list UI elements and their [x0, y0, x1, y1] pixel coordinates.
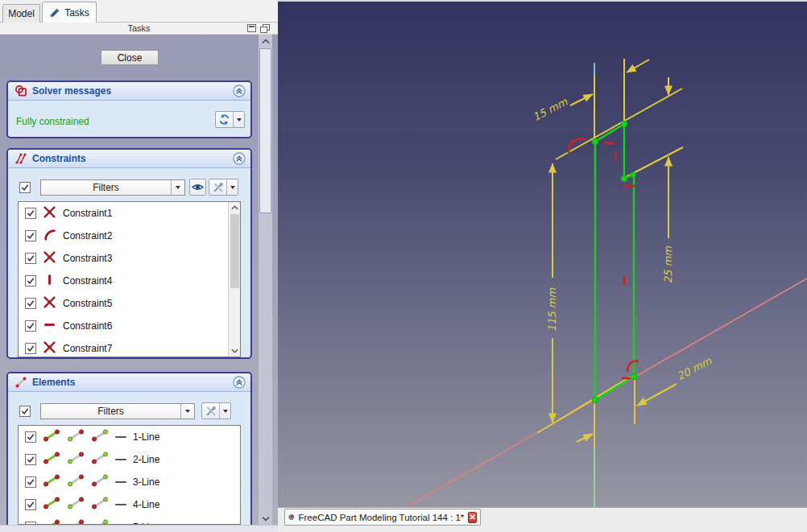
element-label: 4-Line: [133, 499, 159, 510]
sketch-vertices[interactable]: [592, 121, 637, 403]
constraint-row[interactable]: Constraint4: [19, 270, 240, 292]
document-tabbar: FreeCAD Part Modeling Tutorial 144 : 1* …: [278, 507, 807, 532]
solver-messages-title: Solver messages: [32, 85, 228, 97]
constraints-list: Constraint1Constraint2Constraint3Constra…: [18, 201, 241, 357]
constraints-settings-button[interactable]: [209, 179, 238, 196]
line-element-icon: [14, 376, 27, 389]
freecad-icon: [288, 512, 295, 522]
constraint-label: Constraint3: [63, 253, 112, 264]
constraint-row[interactable]: Constraint5: [19, 292, 240, 315]
constraint-checkbox[interactable]: [25, 230, 36, 241]
sketch-geometry[interactable]: [595, 124, 634, 400]
constraint-row[interactable]: Constraint1: [19, 202, 240, 225]
element-checkbox[interactable]: [25, 454, 36, 465]
tools-icon: [202, 406, 219, 417]
element-row[interactable]: 4-Line: [19, 493, 240, 516]
elements-list: 1-Line2-Line3-Line4-Line5-Line: [18, 425, 241, 525]
close-button[interactable]: Close: [101, 50, 159, 65]
panel-scrollbar[interactable]: [259, 35, 272, 525]
float-panel-icon[interactable]: [260, 24, 269, 32]
tab-tasks[interactable]: Tasks: [42, 2, 97, 23]
tab-model[interactable]: Model: [2, 4, 40, 23]
tab-model-label: Model: [8, 8, 35, 19]
constraints-filter-dropdown[interactable]: Filters: [40, 179, 185, 196]
scroll-up-icon[interactable]: [259, 35, 272, 47]
constraint-checkbox[interactable]: [25, 343, 36, 354]
scroll-down-icon[interactable]: [259, 512, 272, 525]
start-point-icon: [67, 519, 85, 525]
constraint-row[interactable]: Constraint6: [19, 315, 240, 337]
pencil-icon: [49, 7, 60, 19]
constraint-markers[interactable]: [569, 139, 639, 378]
edge-icon: [43, 429, 60, 445]
constraints-master-checkbox[interactable]: [19, 182, 31, 193]
constraint-label: Constraint1: [63, 208, 112, 219]
constraint-checkbox[interactable]: [25, 320, 36, 332]
constraint-icon: [14, 152, 27, 165]
dimension-lines[interactable]: [552, 60, 677, 442]
freecad-window: Model Tasks Tasks Close Solver messages: [0, 0, 807, 532]
element-row[interactable]: 1-Line: [19, 426, 240, 448]
document-tab-label: FreeCAD Part Modeling Tutorial 144 : 1*: [299, 513, 465, 522]
refresh-dropdown-arrow[interactable]: [233, 112, 244, 127]
start-point-icon: [67, 497, 85, 513]
settings-dropdown-arrow[interactable]: [219, 403, 230, 419]
collapse-constraints-icon[interactable]: [233, 152, 246, 165]
coincident-constraint-icon: [43, 205, 56, 222]
constraints-section: Constraints Filters: [6, 148, 252, 359]
scrollbar-thumb[interactable]: [230, 214, 239, 288]
edge-icon: [43, 497, 60, 513]
coincident-constraint-icon: [43, 340, 56, 357]
panel-titlebar: Tasks: [0, 23, 278, 35]
constraints-header[interactable]: Constraints: [8, 150, 250, 168]
constraint-checkbox[interactable]: [25, 253, 36, 264]
collapse-elements-icon[interactable]: [233, 376, 246, 389]
element-row[interactable]: 2-Line: [19, 448, 240, 471]
constraint-row[interactable]: Constraint7: [19, 337, 240, 357]
constraint-checkbox[interactable]: [25, 275, 36, 287]
constraint-checkbox[interactable]: [25, 298, 36, 309]
start-point-icon: [67, 452, 85, 468]
panel-title: Tasks: [127, 23, 150, 33]
constraints-list-scrollbar[interactable]: [228, 202, 240, 357]
refresh-solver-button[interactable]: [215, 111, 245, 128]
tangent-constraint-icon: [43, 228, 56, 245]
elements-master-checkbox[interactable]: [19, 406, 31, 417]
solver-messages-header[interactable]: Solver messages: [8, 82, 250, 101]
dimension-labels[interactable]: 15 mm 25 mm 115 mm 20 mm: [531, 96, 714, 382]
elements-filter-dropdown[interactable]: Filters: [40, 403, 195, 419]
edge-dash-icon: [115, 504, 126, 505]
shade-panel-icon[interactable]: [247, 24, 256, 32]
scroll-down-icon[interactable]: [229, 345, 241, 357]
x-axis: [363, 278, 807, 532]
refresh-icon: [216, 113, 233, 126]
element-row[interactable]: 5-Line: [19, 516, 240, 525]
constraint-row[interactable]: Constraint2: [19, 225, 240, 247]
show-hide-constraints-button[interactable]: [189, 179, 206, 196]
element-label: 2-Line: [133, 454, 159, 465]
collapse-solver-icon[interactable]: [233, 85, 246, 97]
end-point-icon: [91, 497, 109, 513]
dim-20mm: 20 mm: [675, 355, 714, 382]
element-checkbox[interactable]: [25, 431, 36, 443]
element-checkbox[interactable]: [25, 476, 36, 488]
element-row[interactable]: 3-Line: [19, 471, 240, 493]
elements-header[interactable]: Elements: [8, 373, 250, 392]
scroll-up-icon[interactable]: [229, 202, 241, 213]
dim-115mm: 115 mm: [546, 288, 558, 332]
tab-tasks-label: Tasks: [64, 7, 89, 19]
scrollbar-thumb[interactable]: [259, 48, 271, 213]
edge-icon: [43, 452, 60, 468]
element-checkbox[interactable]: [25, 499, 36, 510]
constraint-checkbox[interactable]: [25, 208, 36, 219]
close-document-icon[interactable]: ✕: [468, 512, 477, 523]
end-point-icon: [91, 452, 109, 468]
constraint-row[interactable]: Constraint3: [19, 247, 240, 270]
elements-settings-button[interactable]: [201, 402, 231, 419]
3d-viewport[interactable]: 15 mm 25 mm 115 mm 20 mm: [278, 0, 807, 532]
document-tab[interactable]: FreeCAD Part Modeling Tutorial 144 : 1* …: [284, 509, 481, 526]
vertical-constraint-icon: [43, 273, 56, 290]
elements-title: Elements: [32, 377, 228, 388]
constraints-filter-label: Filters: [41, 180, 171, 195]
settings-dropdown-arrow[interactable]: [226, 179, 238, 195]
